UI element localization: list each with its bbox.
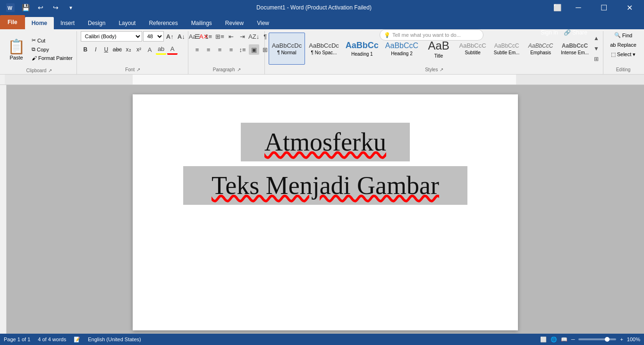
superscript-button[interactable]: x² bbox=[134, 45, 144, 54]
customize-quick-access-button[interactable]: ▼ bbox=[64, 1, 77, 14]
title-bar-controls: ⬜ ─ ☐ ✕ bbox=[551, 0, 640, 15]
maximize-button[interactable]: ☐ bbox=[593, 0, 615, 15]
bullets-button[interactable]: ☰ bbox=[192, 31, 203, 42]
cut-button[interactable]: ✂ Cut bbox=[30, 36, 75, 44]
increase-indent-button[interactable]: ⇥ bbox=[237, 31, 248, 42]
style-h1-label: Heading 1 bbox=[351, 51, 373, 57]
font-color-button[interactable]: A bbox=[167, 44, 178, 55]
word-count: 4 of 4 words bbox=[38, 337, 66, 342]
tab-insert[interactable]: Insert bbox=[54, 17, 81, 29]
font-name-select[interactable]: Calibri (Body) bbox=[81, 31, 142, 42]
copy-button[interactable]: ⧉ Copy bbox=[30, 45, 75, 53]
text-highlight-button[interactable]: ab bbox=[156, 44, 166, 55]
subscript-button[interactable]: x₂ bbox=[124, 45, 133, 54]
styles-scroll-up[interactable]: ▲ bbox=[593, 33, 600, 43]
zoom-slider[interactable] bbox=[578, 338, 616, 340]
save-button[interactable]: 💾 bbox=[19, 1, 32, 14]
layout-web-icon[interactable]: 🌐 bbox=[551, 337, 557, 343]
sort-button[interactable]: AZ↓ bbox=[249, 31, 259, 42]
style-heading1[interactable]: AaBbCc Heading 1 bbox=[343, 33, 381, 65]
paste-button[interactable]: 📋 Paste bbox=[4, 36, 29, 62]
line-spacing-button[interactable]: ↕≡ bbox=[237, 44, 248, 55]
align-center-button[interactable]: ≡ bbox=[203, 44, 214, 55]
paragraph-expand-icon[interactable]: ↗ bbox=[237, 67, 241, 72]
share-button[interactable]: 🔗 Share bbox=[564, 29, 587, 36]
minimize-button[interactable]: ─ bbox=[568, 0, 589, 15]
close-button[interactable]: ✕ bbox=[619, 0, 640, 15]
status-bar: Page 1 of 1 4 of 4 words 📝 English (Unit… bbox=[0, 334, 644, 345]
tab-mailings[interactable]: Mailings bbox=[185, 17, 219, 29]
font-content: Calibri (Body) 48 A↑ A↓ Aa A✕ B I U abc … bbox=[81, 31, 185, 66]
find-button[interactable]: 🔍 Find bbox=[612, 31, 634, 39]
style-nospace[interactable]: AaBbCcDc ¶ No Spac... bbox=[306, 33, 342, 65]
styles-expand-button[interactable]: ⊞ bbox=[593, 54, 600, 64]
tab-file[interactable]: File bbox=[0, 15, 25, 29]
style-subtitle-label: Subtitle bbox=[465, 50, 480, 55]
document-canvas[interactable]: Atmosferku Teks Menjadi Gambar bbox=[7, 85, 644, 334]
doc-line-1: Atmosferku bbox=[170, 123, 480, 161]
underline-button[interactable]: U bbox=[102, 45, 111, 54]
styles-expand-icon[interactable]: ↗ bbox=[440, 67, 443, 72]
tab-layout[interactable]: Layout bbox=[112, 17, 142, 29]
zoom-thumb[interactable] bbox=[605, 337, 610, 342]
align-right-button[interactable]: ≡ bbox=[215, 44, 225, 55]
align-left-button[interactable]: ≡ bbox=[192, 44, 203, 55]
font-size-select[interactable]: 48 bbox=[143, 31, 164, 42]
tell-me-input[interactable]: 💡 Tell me what you want to do... bbox=[380, 29, 483, 41]
shading-button[interactable]: ▣ bbox=[249, 44, 259, 55]
format-painter-button[interactable]: 🖌 Format Painter bbox=[30, 54, 75, 62]
clipboard-right: ✂ Cut ⧉ Copy 🖌 Format Painter bbox=[30, 36, 75, 62]
style-intense-preview: AaBbCcC bbox=[562, 42, 588, 49]
zoom-out-button[interactable]: ─ bbox=[571, 337, 575, 342]
style-normal[interactable]: AaBbCcDc ¶ Normal bbox=[269, 33, 305, 65]
text-effects-button[interactable]: A bbox=[144, 44, 155, 55]
style-subtle-label: Subtle Em... bbox=[494, 50, 519, 55]
decrease-font-button[interactable]: A↓ bbox=[176, 31, 186, 42]
style-intense[interactable]: AaBbCcC Intense Em... bbox=[558, 33, 592, 65]
doc-line-2: Teks Menjadi Gambar bbox=[170, 166, 480, 205]
paragraph-row-1: ☰ 1≡ ⊞≡ ⇤ ⇥ AZ↓ ¶ bbox=[192, 31, 271, 42]
user-bar: Sign in 🔗 Share bbox=[541, 29, 587, 36]
style-normal-preview: AaBbCcDc bbox=[272, 42, 302, 49]
increase-font-button[interactable]: A↑ bbox=[165, 31, 175, 42]
style-subtle-emphasis[interactable]: AaBbCcC Subtle Em... bbox=[490, 33, 523, 65]
format-painter-icon: 🖌 bbox=[32, 55, 37, 61]
select-button[interactable]: ⬚ Select ▾ bbox=[609, 50, 638, 59]
zoom-level[interactable]: 100% bbox=[627, 337, 640, 342]
style-h1-preview: AaBbCc bbox=[346, 41, 379, 50]
tab-design[interactable]: Design bbox=[81, 17, 112, 29]
italic-button[interactable]: I bbox=[91, 45, 101, 54]
tab-references[interactable]: References bbox=[142, 17, 184, 29]
status-left: Page 1 of 1 4 of 4 words 📝 English (Unit… bbox=[4, 337, 141, 343]
sign-in-button[interactable]: Sign in bbox=[541, 29, 558, 36]
decrease-indent-button[interactable]: ⇤ bbox=[226, 31, 237, 42]
word-logo[interactable]: W bbox=[4, 1, 17, 14]
style-normal-label: ¶ Normal bbox=[277, 50, 296, 55]
clipboard-group: 📋 Paste ✂ Cut ⧉ Copy 🖌 Format Painter C bbox=[2, 31, 77, 74]
justify-button[interactable]: ≡ bbox=[226, 44, 237, 55]
zoom-in-button[interactable]: + bbox=[620, 337, 623, 342]
bold-button[interactable]: B bbox=[81, 45, 90, 54]
numbering-button[interactable]: 1≡ bbox=[203, 31, 214, 42]
undo-button[interactable]: ↩ bbox=[34, 1, 47, 14]
status-right: ⬜ 🌐 📖 ─ + 100% bbox=[540, 337, 640, 343]
styles-scroll: ▲ ▼ ⊞ bbox=[593, 32, 600, 65]
style-nospace-preview: AaBbCcDc bbox=[309, 42, 339, 49]
ribbon-display-button[interactable]: ⬜ bbox=[551, 1, 564, 14]
tab-view[interactable]: View bbox=[250, 17, 276, 29]
tab-review[interactable]: Review bbox=[219, 17, 250, 29]
style-emphasis[interactable]: AaBbCcC Emphasis bbox=[524, 33, 557, 65]
editing-content: 🔍 Find ab Replace ⬚ Select ▾ bbox=[607, 31, 639, 66]
replace-button[interactable]: ab Replace bbox=[608, 41, 638, 49]
layout-read-icon[interactable]: 📖 bbox=[561, 337, 568, 343]
strikethrough-button[interactable]: abc bbox=[112, 45, 123, 54]
page-count: Page 1 of 1 bbox=[4, 337, 30, 342]
redo-button[interactable]: ↪ bbox=[49, 1, 62, 14]
tab-home[interactable]: Home bbox=[25, 17, 54, 29]
font-expand-icon[interactable]: ↗ bbox=[136, 67, 140, 72]
clipboard-expand-icon[interactable]: ↗ bbox=[48, 68, 52, 73]
multilevel-list-button[interactable]: ⊞≡ bbox=[215, 31, 225, 42]
styles-scroll-down[interactable]: ▼ bbox=[593, 43, 600, 54]
layout-print-icon[interactable]: ⬜ bbox=[540, 337, 547, 343]
style-title-preview: AaB bbox=[428, 39, 449, 52]
